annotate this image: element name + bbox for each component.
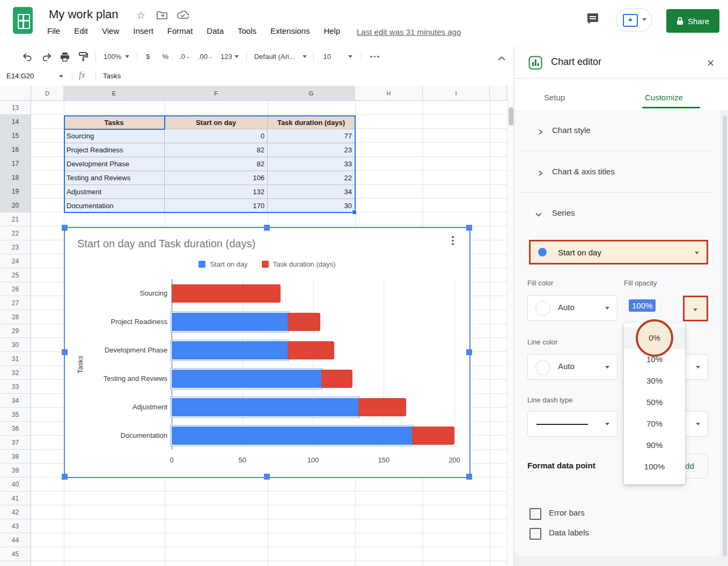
bar-start-on-day[interactable] (172, 398, 358, 416)
bar-task-duration[interactable] (412, 427, 454, 445)
row-header-38[interactable]: 38 (0, 450, 31, 464)
table-cell[interactable]: Development Phase (64, 157, 165, 171)
row-header-13[interactable]: 13 (0, 101, 31, 115)
row-header-42[interactable]: 42 (0, 505, 31, 519)
row-header-21[interactable]: 21 (0, 212, 31, 226)
fill-handle[interactable] (352, 210, 357, 215)
panel-scrollbar-thumb[interactable] (723, 115, 727, 556)
menu-file[interactable]: File (47, 26, 60, 35)
table-cell[interactable]: 22 (268, 171, 355, 185)
comment-history-icon[interactable] (586, 12, 600, 28)
table-cell[interactable]: 0 (165, 129, 268, 143)
section-chart-style[interactable]: Chart style (552, 126, 591, 135)
table-cell[interactable]: 82 (165, 157, 268, 171)
tab-customize[interactable]: Customize (645, 93, 683, 102)
select-all-corner[interactable] (0, 86, 31, 101)
column-header-f[interactable]: F (165, 86, 268, 101)
table-cell[interactable]: 34 (268, 185, 355, 199)
chart-resize-handle[interactable] (466, 349, 472, 355)
menu-help[interactable]: Help (323, 26, 340, 35)
document-title[interactable]: My work plan (49, 8, 119, 21)
row-header-32[interactable]: 32 (0, 366, 31, 380)
row-header-36[interactable]: 36 (0, 422, 31, 436)
bar-start-on-day[interactable] (172, 341, 288, 359)
row-header-25[interactable]: 25 (0, 268, 31, 282)
sheet-vertical-scrollbar[interactable] (507, 86, 514, 566)
paint-format-button[interactable] (78, 52, 88, 62)
chart-resize-handle[interactable] (62, 474, 68, 480)
bar-task-duration[interactable] (321, 370, 352, 388)
print-button[interactable] (60, 52, 70, 62)
fill-opacity-option-100[interactable]: 100% (624, 456, 685, 477)
table-cell[interactable]: 106 (165, 171, 268, 185)
row-header-45[interactable]: 45 (0, 547, 31, 561)
font-size-selector[interactable]: 10 (323, 53, 352, 61)
format-currency-button[interactable]: $ (146, 53, 150, 61)
table-cell[interactable]: Documentation (64, 199, 165, 213)
fill-opacity-option-90[interactable]: 90% (624, 435, 685, 456)
table-cell[interactable]: Sourcing (64, 129, 165, 143)
row-header-17[interactable]: 17 (0, 157, 31, 171)
fill-opacity-dropdown-button[interactable] (683, 296, 708, 321)
bar-task-duration[interactable] (288, 313, 320, 331)
row-header-22[interactable]: 22 (0, 226, 31, 240)
table-cell[interactable]: Adjustment (64, 185, 165, 199)
table-cell[interactable]: 82 (165, 143, 268, 157)
scrollbar-thumb[interactable] (509, 107, 513, 126)
chart-resize-handle[interactable] (466, 225, 472, 231)
bar-start-on-day[interactable] (172, 427, 412, 445)
column-header-g[interactable]: G (268, 86, 355, 101)
chevron-down-icon[interactable] (535, 210, 542, 220)
formula-input[interactable]: Tasks (103, 72, 121, 80)
row-header-43[interactable]: 43 (0, 519, 31, 533)
table-cell[interactable]: Testing and Reviews (64, 171, 165, 185)
present-dropdown-caret-icon[interactable] (642, 18, 646, 21)
table-cell[interactable]: 30 (268, 199, 355, 213)
column-header-i[interactable]: I (423, 86, 490, 101)
menu-insert[interactable]: Insert (133, 26, 153, 35)
bar-task-duration[interactable] (288, 341, 334, 359)
row-header-44[interactable]: 44 (0, 533, 31, 547)
menu-view[interactable]: View (102, 26, 119, 35)
row-header-33[interactable]: 33 (0, 380, 31, 394)
undo-button[interactable] (23, 53, 32, 61)
row-header-24[interactable]: 24 (0, 254, 31, 268)
row-header-26[interactable]: 26 (0, 282, 31, 296)
line-color-dropdown[interactable]: Auto (527, 354, 617, 380)
series-selector-dropdown[interactable]: Start on day (529, 240, 708, 264)
zoom-selector[interactable]: 100% (104, 53, 129, 61)
fill-opacity-option-70[interactable]: 70% (624, 413, 685, 435)
row-header-29[interactable]: 29 (0, 324, 31, 338)
row-header-35[interactable]: 35 (0, 408, 31, 422)
tab-setup[interactable]: Setup (544, 93, 565, 102)
row-header-14[interactable]: 14 (0, 115, 31, 129)
menu-edit[interactable]: Edit (74, 26, 88, 35)
legend-item[interactable]: Start on day (198, 260, 247, 268)
column-header-e[interactable]: E (64, 86, 165, 101)
row-header-19[interactable]: 19 (0, 185, 31, 199)
bar-start-on-day[interactable] (172, 370, 321, 388)
table-header-cell[interactable]: Start on day (165, 115, 268, 129)
more-formats-button[interactable]: 123 (220, 53, 239, 61)
chart-resize-handle[interactable] (264, 225, 270, 231)
star-icon[interactable]: ☆ (136, 9, 145, 21)
menu-extensions[interactable]: Extensions (270, 26, 310, 35)
hide-menus-chevron-icon[interactable] (498, 53, 505, 63)
column-header-h[interactable]: H (355, 86, 423, 101)
row-header-27[interactable]: 27 (0, 296, 31, 310)
row-header-39[interactable]: 39 (0, 464, 31, 477)
more-toolbar-options-button[interactable] (370, 56, 379, 58)
fill-color-dropdown[interactable]: Auto (527, 295, 617, 321)
close-icon[interactable]: ✕ (705, 56, 716, 70)
chart-resize-handle[interactable] (466, 474, 472, 480)
embedded-chart[interactable]: Start on day and Task duration (days) St… (65, 228, 469, 477)
font-family-selector[interactable]: Default (Ari... (254, 53, 307, 61)
row-header-16[interactable]: 16 (0, 143, 31, 157)
data-labels-checkbox[interactable] (530, 528, 541, 540)
row-header-30[interactable]: 30 (0, 338, 31, 352)
line-dash-type-dropdown[interactable] (527, 411, 617, 437)
chart-resize-handle[interactable] (62, 349, 68, 355)
table-cell[interactable]: 170 (165, 199, 268, 213)
move-folder-icon[interactable] (157, 10, 167, 22)
table-header-cell[interactable]: Task duration (days) (268, 115, 355, 129)
